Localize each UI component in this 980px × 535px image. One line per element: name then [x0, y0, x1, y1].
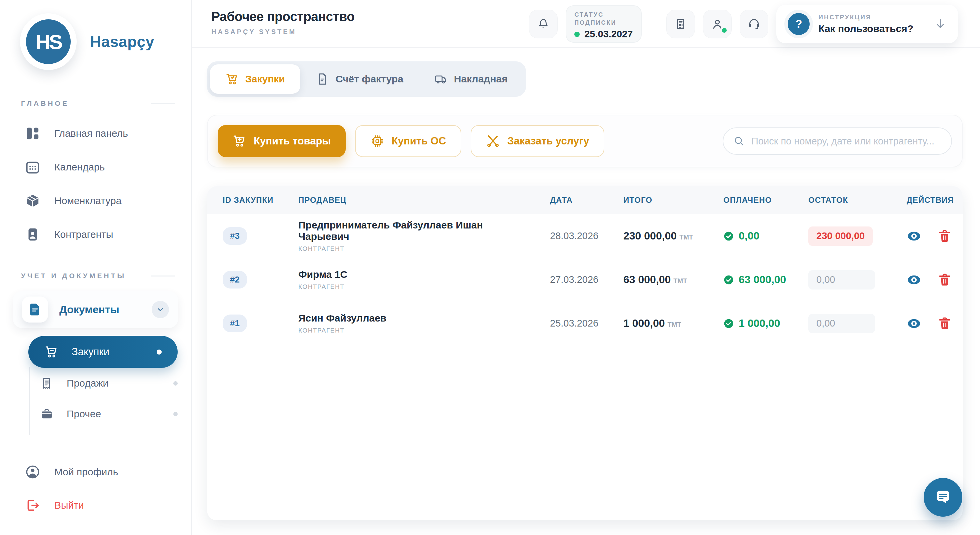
section-docs-label: УЧЕТ И ДОКУМЕНТЫ	[21, 272, 126, 280]
profile-label: Мой профиль	[54, 466, 118, 478]
support-button[interactable]	[740, 10, 768, 38]
notifications-button[interactable]	[529, 10, 558, 38]
sidebar-item-sales[interactable]: Продажи	[37, 368, 178, 398]
instruction-label: ИНСТРУКЦИЯ	[818, 14, 913, 21]
eye-icon[interactable]	[907, 273, 921, 287]
online-badge	[721, 27, 728, 34]
actions-card: Купить товары Купить ОС Заказать	[207, 115, 963, 168]
collapse-toggle[interactable]	[152, 301, 169, 318]
calculator-icon	[675, 18, 687, 30]
sidebar-item-contractors[interactable]: Контрагенты	[0, 218, 192, 251]
trash-icon[interactable]	[937, 316, 952, 331]
col-header-date: ДАТА	[535, 195, 608, 205]
tab-invoice[interactable]: Счёт фактура	[300, 64, 418, 94]
total-amount: 1 000,00	[623, 317, 665, 329]
sidebar-item-label: Номенклатура	[54, 195, 121, 206]
paid-amount: 63 000,00	[739, 273, 786, 286]
topbar-actions: СТАТУС ПОДПИСКИ 25.03.2027	[529, 0, 958, 48]
col-header-id: ID ЗАКУПКИ	[207, 195, 283, 205]
buy-goods-button[interactable]: Купить товары	[218, 125, 346, 157]
inactive-dot	[173, 412, 178, 416]
seller-name: Предприниматель Файзуллаев Ишан Чарыевич	[298, 219, 535, 242]
box-icon	[25, 193, 40, 208]
sales-label: Продажи	[67, 378, 108, 389]
remainder-pill: 0,00	[808, 314, 875, 333]
other-label: Прочее	[67, 408, 101, 420]
bell-icon	[537, 18, 550, 30]
instruction-title: Как пользоваться?	[818, 23, 913, 34]
purchase-date: 27.03.2026	[535, 274, 608, 285]
tab-purchases[interactable]: Закупки	[210, 64, 300, 94]
instruction-texts: ИНСТРУКЦИЯ Как пользоваться?	[818, 14, 913, 34]
sidebar-item-nomenclature[interactable]: Номенклатура	[0, 184, 192, 217]
purchase-date: 28.03.2026	[535, 230, 608, 241]
purchase-id-badge: #2	[223, 271, 247, 289]
row-actions	[891, 273, 963, 287]
paid-cell: 0,00	[708, 230, 793, 242]
currency-label: ТМТ	[673, 277, 687, 284]
sidebar-item-other[interactable]: Прочее	[37, 399, 178, 429]
sidebar-item-logout[interactable]: Выйти	[0, 489, 192, 522]
total-amount: 63 000,00	[623, 273, 671, 286]
truck-icon	[434, 72, 447, 86]
tab-waybill[interactable]: Накладная	[418, 64, 523, 94]
paid-cell: 1 000,00	[708, 317, 793, 329]
chat-button[interactable]	[924, 478, 963, 517]
page-title: Рабочее пространство	[212, 10, 355, 24]
currency-label: ТМТ	[679, 233, 693, 241]
sidebar-item-purchases[interactable]: Закупки	[28, 336, 178, 368]
sidebar-item-dashboard[interactable]: Главная панель	[0, 117, 192, 150]
cart-icon	[45, 345, 58, 359]
sidebar-item-label: Главная панель	[54, 128, 128, 139]
question-glyph: ?	[795, 18, 802, 30]
eye-icon[interactable]	[907, 229, 921, 243]
seller-type: КОНТРАГЕНТ	[298, 283, 535, 291]
status-dot	[574, 32, 580, 37]
briefcase-icon	[40, 407, 53, 421]
trash-icon[interactable]	[937, 273, 952, 287]
brand-name: Hasapçy	[90, 33, 154, 51]
row-actions	[891, 316, 963, 331]
chip-icon	[370, 134, 384, 148]
instruction-card[interactable]: ? ИНСТРУКЦИЯ Как пользоваться?	[776, 5, 958, 43]
tab-label: Закупки	[245, 73, 285, 85]
calculator-button[interactable]	[667, 10, 695, 38]
sidebar-item-profile[interactable]: Мой профиль	[0, 455, 192, 489]
paid-amount: 0,00	[739, 230, 759, 242]
order-service-label: Заказать услугу	[508, 135, 589, 147]
purchase-id-badge: #3	[223, 227, 247, 245]
topbar: Рабочее пространство HASAPÇY SYSTEM СТАТ…	[192, 0, 980, 48]
eye-icon[interactable]	[907, 316, 921, 331]
remainder-pill: 0,00	[808, 270, 875, 289]
arrow-down-icon	[934, 18, 947, 30]
sidebar: HS Hasapçy ГЛАВНОЕ Главная панель Календ…	[0, 0, 192, 535]
seller-type: КОНТРАГЕНТ	[298, 327, 535, 334]
sidebar-item-calendar[interactable]: Календарь	[0, 150, 192, 184]
inactive-dot	[173, 381, 178, 386]
dashboard-icon	[25, 126, 40, 141]
divider	[654, 12, 654, 36]
sidebar-item-documents[interactable]: Документы	[13, 291, 178, 328]
order-service-button[interactable]: Заказать услугу	[471, 125, 605, 157]
purchase-date: 25.03.2026	[535, 318, 608, 329]
paid-cell: 63 000,00	[708, 273, 793, 286]
col-header-paid: ОПЛАЧЕНО	[708, 195, 793, 205]
tab-label: Счёт фактура	[336, 73, 403, 85]
main-area: Рабочее пространство HASAPÇY SYSTEM СТАТ…	[192, 0, 980, 535]
check-circle-icon	[723, 231, 734, 241]
search-box	[723, 128, 952, 155]
col-header-seller: ПРОДАВЕЦ	[283, 195, 535, 205]
active-dot	[157, 350, 162, 355]
table-row: #1 Ясин Файзуллаев КОНТРАГЕНТ 25.03.2026…	[207, 302, 963, 345]
seller-name: Фирма 1С	[298, 269, 535, 280]
calendar-icon	[25, 160, 40, 175]
seller-name: Ясин Файзуллаев	[298, 313, 535, 324]
subscription-status-label: СТАТУС ПОДПИСКИ	[574, 11, 621, 27]
buy-os-button[interactable]: Купить ОС	[355, 125, 461, 157]
question-icon: ?	[788, 13, 810, 35]
search-input[interactable]	[751, 136, 941, 147]
account-button[interactable]	[703, 10, 732, 38]
trash-icon[interactable]	[937, 229, 952, 243]
check-circle-icon	[723, 318, 734, 329]
search-icon	[733, 136, 745, 147]
